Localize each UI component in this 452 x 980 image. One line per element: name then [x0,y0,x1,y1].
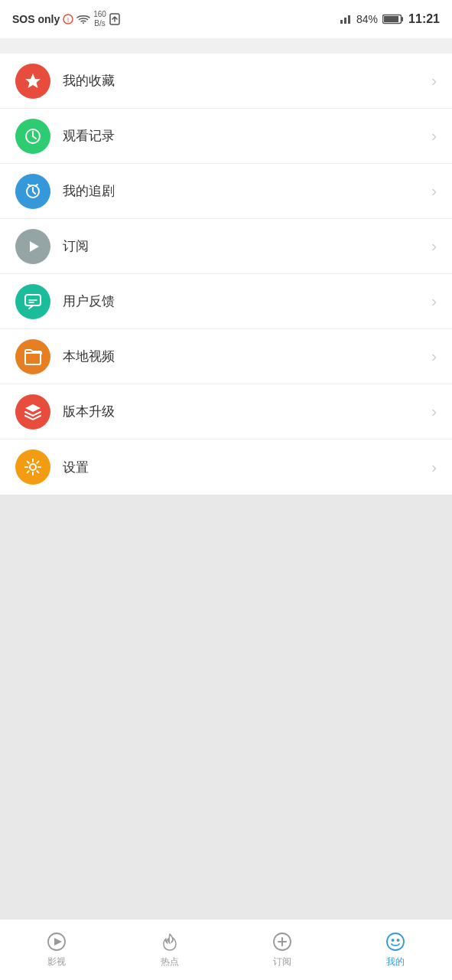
settings-label: 设置 [63,459,431,476]
favorites-chevron: › [431,72,437,90]
feedback-label: 用户反馈 [63,292,431,310]
nav-label-hot: 热点 [161,956,179,969]
star-icon [23,71,43,91]
history-icon-wrap [15,119,50,154]
gray-area [0,495,452,919]
nav-item-mine[interactable]: 我的 [339,920,452,980]
svg-point-2 [83,22,84,24]
history-label: 观看记录 [63,127,431,145]
layers-icon [23,402,43,422]
nav-item-hot[interactable]: 热点 [113,920,226,980]
follow-icon-wrap [15,174,50,209]
bottom-nav: 影视 热点 订阅 我的 [0,919,452,980]
history-chevron: › [431,127,437,145]
feedback-chevron: › [431,292,437,310]
update-icon-wrap [15,394,50,430]
feedback-icon-wrap [15,284,50,319]
svg-marker-9 [25,74,41,88]
nav-item-subscribe[interactable]: 订阅 [226,920,340,980]
svg-rect-6 [348,15,350,24]
menu-item-feedback[interactable]: 用户反馈 › [0,274,452,329]
alarm-icon [23,181,43,201]
upload-icon [109,13,120,25]
svg-point-18 [387,933,404,950]
update-chevron: › [431,403,437,420]
status-right: 84% 11:21 [340,12,440,26]
menu-item-history[interactable]: 观看记录 › [0,109,452,164]
svg-point-19 [392,939,394,942]
update-label: 版本升级 [63,403,431,420]
nav-label-videos: 影视 [47,956,66,969]
message-icon [23,292,43,312]
svg-marker-16 [54,938,62,946]
menu-item-subscribe[interactable]: 订阅 › [0,219,452,274]
svg-point-20 [397,939,399,942]
battery-icon [382,14,404,24]
nav-label-subscribe: 订阅 [273,956,291,969]
header-gap [0,38,452,54]
local-icon-wrap [15,339,50,374]
follow-chevron: › [431,182,437,200]
smiley-icon [385,931,406,952]
svg-rect-8 [384,16,398,22]
menu-item-follow[interactable]: 我的追剧 › [0,164,452,219]
nav-label-mine: 我的 [386,956,405,969]
subscribe-label: 订阅 [63,237,431,255]
favorites-icon-wrap [15,64,50,99]
time: 11:21 [408,12,440,26]
svg-rect-5 [344,18,346,24]
subscribe-chevron: › [431,237,437,255]
network-speed: 160 B/s [93,10,106,28]
menu-item-favorites[interactable]: 我的收藏 › [0,54,452,109]
gear-icon [23,457,43,477]
play-circle-icon [46,931,67,952]
menu-list: 我的收藏 › 观看记录 › 我的追剧 › [0,54,452,495]
svg-text:!: ! [67,16,70,24]
nav-item-videos[interactable]: 影视 [0,920,113,980]
battery-percent: 84% [356,13,378,25]
clock-icon [23,126,43,146]
subscribe-icon-wrap [15,229,50,264]
menu-item-settings[interactable]: 设置 › [0,439,452,495]
signal-warning-icon: ! [63,14,73,24]
settings-icon-wrap [15,449,50,485]
play-icon [23,237,43,256]
svg-rect-4 [340,20,343,24]
favorites-label: 我的收藏 [63,72,431,90]
plus-circle-icon [272,931,293,952]
menu-item-local[interactable]: 本地视频 › [0,329,452,384]
menu-item-update[interactable]: 版本升级 › [0,384,452,439]
phone-signal-icon [340,13,352,25]
status-left: SOS only ! 160 B/s [12,10,120,28]
follow-label: 我的追剧 [63,182,431,200]
status-bar: SOS only ! 160 B/s 84% [0,0,452,38]
settings-chevron: › [431,459,437,476]
fire-icon [159,931,180,952]
wifi-icon [76,14,90,24]
svg-marker-12 [30,241,39,252]
local-chevron: › [431,348,437,365]
folder-icon [23,347,43,367]
local-label: 本地视频 [63,348,431,365]
sos-text: SOS only [12,13,60,25]
svg-point-14 [30,464,36,470]
